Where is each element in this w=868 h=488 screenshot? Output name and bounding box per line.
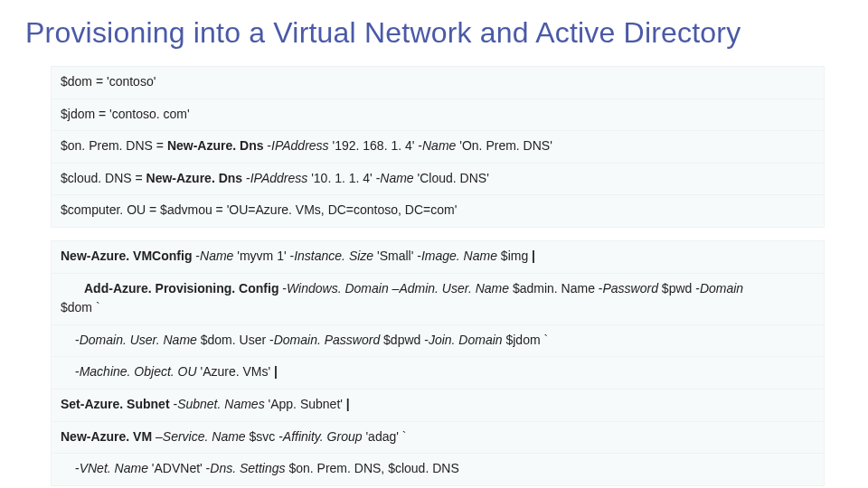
code-line: $on. Prem. DNS = New-Azure. Dns -IPAddre… [52, 131, 824, 164]
code-line: $computer. OU = $advmou = 'OU=Azure. VMs… [52, 195, 824, 227]
code-block-script: New-Azure. VMConfig -Name 'myvm 1' -Inst… [51, 240, 825, 486]
code-line: Set-Azure. Subnet -Subnet. Names 'App. S… [52, 389, 824, 422]
page-title: Provisioning into a Virtual Network and … [25, 16, 843, 50]
code-line: -Domain. User. Name $dom. User -Domain. … [52, 325, 824, 358]
code-line: -VNet. Name 'ADVNet' -Dns. Settings $on.… [52, 454, 824, 485]
code-line: $dom = 'contoso' [52, 67, 824, 99]
slide: Provisioning into a Virtual Network and … [0, 0, 868, 488]
code-line: New-Azure. VMConfig -Name 'myvm 1' -Inst… [52, 241, 824, 274]
code-block-variables: $dom = 'contoso' $jdom = 'contoso. com' … [51, 66, 825, 228]
code-line: New-Azure. VM –Service. Name $svc -Affin… [52, 422, 824, 455]
code-line: $cloud. DNS = New-Azure. Dns -IPAddress … [52, 164, 824, 196]
code-line: -Machine. Object. OU 'Azure. VMs' | [52, 357, 824, 389]
code-line: Add-Azure. Provisioning. Config -Windows… [52, 274, 824, 325]
code-line: $jdom = 'contoso. com' [52, 99, 824, 132]
